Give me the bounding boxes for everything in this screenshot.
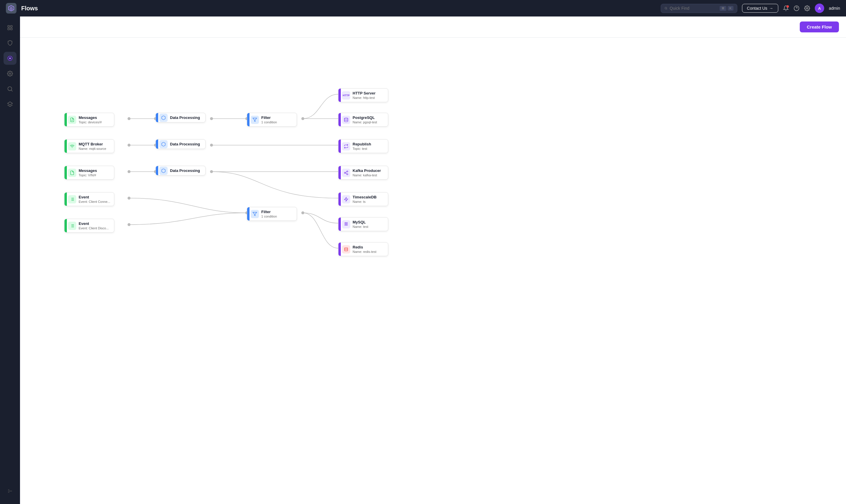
search-input[interactable]: [670, 6, 717, 11]
svg-point-38: [301, 117, 304, 120]
sidebar-expand-button[interactable]: [3, 486, 17, 496]
node-title: Filter: [261, 115, 277, 120]
svg-point-30: [127, 223, 130, 226]
svg-point-13: [10, 58, 10, 59]
svg-point-40: [301, 211, 304, 214]
node-data-processing-2[interactable]: Data Processing: [156, 139, 206, 149]
contact-us-button[interactable]: Contact Us →: [742, 4, 778, 13]
search-icon: [665, 6, 668, 10]
node-icon: HTTP: [342, 91, 350, 100]
node-messages-2[interactable]: Messages Topic: VIN/#: [64, 166, 114, 180]
node-stripe: [65, 140, 67, 153]
node-stripe: [156, 140, 158, 149]
node-sub: Name: kafka-test: [353, 174, 381, 177]
node-title: Data Processing: [170, 168, 200, 173]
svg-point-26: [127, 117, 130, 120]
svg-rect-65: [345, 248, 348, 251]
node-title: Republish: [353, 142, 371, 146]
node-republish[interactable]: Republish Topic: test: [338, 139, 388, 153]
node-title: Redis: [353, 245, 376, 249]
svg-marker-17: [7, 102, 12, 105]
sidebar-item-settings[interactable]: [3, 67, 17, 80]
node-stripe: [65, 193, 67, 206]
node-sub: Event: Client Disco...: [78, 227, 109, 230]
node-icon: [68, 222, 76, 230]
node-stripe: [247, 113, 249, 126]
main-layout: Create Flow: [0, 17, 846, 504]
node-filter-2[interactable]: Filter 1 condition: [247, 207, 297, 221]
svg-rect-8: [10, 25, 12, 28]
sidebar-item-search[interactable]: [3, 83, 17, 95]
sidebar-item-flows[interactable]: [3, 52, 17, 65]
svg-line-63: [346, 172, 347, 173]
svg-point-32: [210, 117, 213, 120]
node-sub: Name: mqtt-source: [78, 147, 106, 150]
node-icon: [68, 195, 76, 203]
node-event-2[interactable]: Event Event: Client Disco...: [64, 219, 114, 233]
node-event-1[interactable]: Event Event: Client Conne...: [64, 192, 114, 206]
node-title: Kafka Producer: [353, 168, 381, 173]
node-stripe: [338, 218, 341, 231]
node-sub: Name: redis-test: [353, 250, 376, 253]
node-title: Data Processing: [170, 142, 200, 146]
node-icon: [251, 116, 259, 124]
node-stripe: [338, 140, 341, 153]
flow-connections: [20, 38, 846, 504]
node-mqtt-broker[interactable]: MQTT Broker Name: mqtt-source: [64, 139, 114, 153]
node-stripe: [65, 219, 67, 232]
node-data-processing-3[interactable]: Data Processing: [156, 166, 206, 176]
avatar[interactable]: A: [815, 3, 824, 13]
settings-button[interactable]: [804, 5, 810, 11]
node-kafka-producer[interactable]: Kafka Producer Name: kafka-test: [338, 166, 388, 180]
svg-marker-64: [345, 197, 348, 201]
svg-point-61: [347, 174, 348, 175]
node-postgresql[interactable]: PostgreSQL Name: pgsql-test: [338, 113, 388, 127]
node-icon: [68, 142, 76, 150]
node-title: TimescaleDB: [353, 195, 376, 199]
page-title: Flows: [21, 5, 38, 12]
node-title: Filter: [261, 210, 277, 214]
svg-point-29: [127, 197, 130, 200]
topbar: Flows ⌘ K Contact Us → A admin: [0, 0, 846, 17]
node-icon: [342, 245, 350, 253]
node-icon: [342, 169, 350, 177]
node-sub: Event: Client Conne...: [78, 200, 110, 203]
flow-canvas: Messages Topic: devices/# MQTT Broker Na…: [20, 38, 846, 504]
node-mysql[interactable]: MySQL Name: test: [338, 217, 388, 231]
help-button[interactable]: [794, 5, 799, 11]
sidebar-bottom: [3, 486, 17, 499]
svg-line-16: [11, 90, 12, 92]
create-flow-button[interactable]: Create Flow: [800, 21, 839, 32]
svg-marker-56: [253, 118, 257, 122]
svg-line-62: [346, 173, 347, 174]
sidebar-item-security[interactable]: [3, 36, 17, 50]
node-sub: 1 condition: [261, 215, 277, 218]
sidebar-item-dashboard[interactable]: [3, 21, 17, 34]
node-title: HTTP Server: [353, 91, 375, 95]
node-data-processing-1[interactable]: Data Processing: [156, 113, 206, 123]
admin-label: admin: [829, 6, 840, 11]
sidebar-item-layers[interactable]: [3, 98, 17, 111]
node-icon: [251, 210, 259, 218]
svg-point-28: [127, 170, 130, 173]
svg-point-36: [210, 170, 213, 173]
svg-rect-10: [10, 28, 12, 30]
node-timescaledb[interactable]: TimescaleDB Name: ts: [338, 192, 388, 206]
notifications-button[interactable]: [783, 5, 789, 11]
node-stripe: [156, 166, 158, 175]
app-logo: [6, 3, 17, 14]
node-title: PostgreSQL: [353, 115, 377, 120]
node-title: Messages: [78, 115, 102, 120]
node-http-server[interactable]: HTTP HTTP Server Name: http-test: [338, 88, 388, 102]
node-messages-1[interactable]: Messages Topic: devices/#: [64, 113, 114, 127]
svg-point-27: [127, 144, 130, 147]
node-icon: [159, 140, 168, 148]
svg-line-3: [666, 9, 667, 10]
node-filter-1[interactable]: Filter 1 condition: [247, 113, 297, 127]
node-redis[interactable]: Redis Name: redis-test: [338, 242, 388, 256]
node-sub: Topic: devices/#: [78, 121, 102, 124]
node-title: Event: [78, 221, 109, 226]
search-bar[interactable]: ⌘ K: [661, 4, 737, 13]
node-sub: Topic: test: [353, 147, 371, 150]
node-sub: Name: http-test: [353, 96, 375, 100]
